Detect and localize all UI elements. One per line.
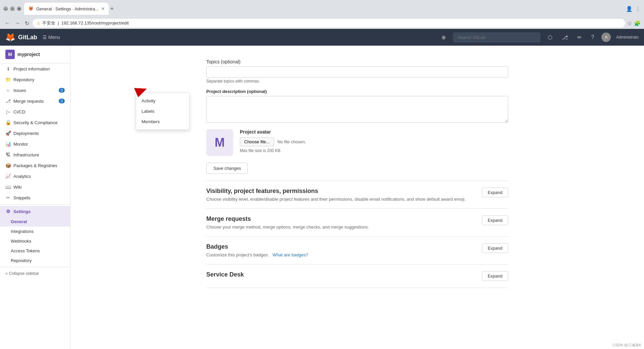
sidebar-item-wiki[interactable]: 📖 Wiki (0, 182, 70, 192)
refresh-btn[interactable]: ↻ (23, 19, 31, 27)
sidebar-item-repository[interactable]: 📁 Repository (0, 74, 70, 85)
visibility-expand-btn[interactable]: Expand (482, 188, 508, 197)
browser-controls: — □ ✕ (3, 6, 21, 11)
security-warning: ⚠ (37, 21, 40, 26)
max-size-text: Max file size is 200 KB. (240, 148, 508, 153)
sidebar-item-issues[interactable]: ○ Issues 0 (0, 85, 70, 96)
more-options-btn[interactable]: ⋮ (635, 6, 641, 12)
no-file-text: No file chosen. (277, 139, 306, 144)
forward-btn[interactable]: → (13, 19, 21, 27)
sidebar-item-settings[interactable]: ⚙ Settings (0, 206, 70, 217)
sidebar-item-deployments[interactable]: 🚀 Deployments (0, 128, 70, 139)
sidebar-item-label: Packages & Registries (13, 163, 57, 168)
badges-expand-btn[interactable]: Expand (482, 243, 508, 253)
dropdown-item-activity[interactable]: Activity (136, 96, 189, 106)
description-input[interactable] (206, 96, 508, 123)
merge-requests-expand-btn[interactable]: Expand (482, 215, 508, 225)
maximize-btn[interactable]: □ (10, 6, 15, 11)
sidebar-item-cicd[interactable]: ▷ CI/CD (0, 106, 70, 117)
infrastructure-icon: 🏗 (5, 152, 11, 157)
dropdown-popup: Activity Labels Members (136, 93, 190, 130)
badges-text: Badges Customize this project's badges. … (206, 243, 308, 257)
sidebar-divider (0, 204, 70, 205)
mr-badge: 0 (59, 99, 65, 103)
minimize-btn[interactable]: — (3, 6, 8, 11)
sidebar-item-label: Merge requests (13, 99, 44, 104)
badges-header: Badges Customize this project's badges. … (206, 243, 508, 257)
merge-requests-desc: Choose your merge method, merge options,… (206, 225, 369, 230)
sidebar-item-label: Issues (13, 88, 26, 93)
sidebar-sub-item-access-tokens[interactable]: Access Tokens (0, 246, 70, 256)
back-btn[interactable]: ← (3, 19, 11, 27)
description-form-group: Project description (optional) (206, 89, 508, 124)
visibility-title: Visibility, project features, permission… (206, 188, 466, 195)
hamburger-icon: ☰ (43, 35, 47, 40)
topics-label: Topics (optional) (206, 52, 508, 66)
save-changes-btn[interactable]: Save changes (206, 163, 248, 174)
new-tab-btn[interactable]: + (110, 5, 114, 12)
sidebar-item-analytics[interactable]: 📈 Analytics (0, 171, 70, 182)
topics-input[interactable] (206, 66, 508, 78)
monitor-icon: 📊 (5, 141, 11, 147)
help-btn[interactable]: ? (589, 33, 596, 42)
choose-file-btn[interactable]: Choose file... (240, 137, 274, 146)
dropdown-item-members[interactable]: Members (136, 116, 189, 127)
issues-badge: 0 (59, 88, 65, 93)
sidebar-item-security[interactable]: 🔒 Security & Compliance (0, 117, 70, 128)
security-icon: 🔒 (5, 120, 11, 125)
tab-title: General · Settings · Administra... (36, 6, 99, 11)
service-desk-section: Service Desk Expand (206, 264, 508, 288)
sidebar-item-infrastructure[interactable]: 🏗 Infrastructure (0, 149, 70, 160)
avatar-section: M Project avatar Choose file... No file … (206, 129, 508, 156)
gitlab-logo[interactable]: 🦊 GitLab (5, 33, 37, 42)
collapse-sidebar-btn[interactable]: « Collapse sidebar (0, 268, 70, 279)
project-avatar: M (5, 50, 15, 59)
repository-icon: 📁 (5, 77, 11, 82)
active-tab[interactable]: 🦊 General · Settings · Administra... ✕ (24, 3, 109, 15)
close-btn[interactable]: ✕ (17, 6, 21, 11)
sidebar-item-packages[interactable]: 📦 Packages & Registries (0, 160, 70, 171)
service-desk-expand-btn[interactable]: Expand (482, 271, 508, 281)
merge-requests-section: Merge requests Choose your merge method,… (206, 209, 508, 237)
topics-hint: Separate topics with commas. (206, 79, 508, 84)
sidebar-item-label: CI/CD (13, 109, 25, 114)
sidebar-sub-item-general[interactable]: General (0, 217, 70, 227)
add-btn[interactable]: ⊕ (439, 33, 448, 42)
content-inner: Topics (optional) Separate topics with c… (193, 46, 522, 301)
gitlab-logo-text: GitLab (18, 34, 37, 41)
service-desk-title: Service Desk (206, 271, 244, 278)
sidebar-sub-item-webhooks[interactable]: Webhooks (0, 236, 70, 246)
sidebar-item-merge-requests[interactable]: ⎇ Merge requests 0 (0, 96, 70, 106)
sidebar-item-monitor[interactable]: 📊 Monitor (0, 139, 70, 149)
visibility-text: Visibility, project features, permission… (206, 188, 466, 202)
content-area: Topics (optional) Separate topics with c… (70, 46, 644, 349)
bookmark-btn[interactable]: ☆ (627, 20, 632, 27)
snippets-icon: ✂ (5, 195, 11, 200)
project-name[interactable]: myproject (17, 52, 40, 57)
sidebar-item-project-information[interactable]: ℹ Project information (0, 63, 70, 74)
badges-link[interactable]: What are badges? (273, 252, 308, 257)
edit-btn[interactable]: ✏ (575, 33, 584, 42)
extensions-btn[interactable]: 🧩 (634, 20, 641, 27)
badges-section: Badges Customize this project's badges. … (206, 237, 508, 264)
sidebar-sub-item-integrations[interactable]: Integrations (0, 227, 70, 236)
dropdown-item-labels[interactable]: Labels (136, 106, 189, 116)
menu-btn[interactable]: ☰ Menu (43, 35, 60, 40)
packages-icon: 📦 (5, 163, 11, 168)
user-profile-btn[interactable]: 👤 (626, 6, 633, 12)
sidebar-item-label: Monitor (13, 142, 28, 147)
user-avatar[interactable]: A (601, 33, 611, 42)
code-review-btn[interactable]: ⬡ (546, 33, 554, 42)
service-desk-header: Service Desk Expand (206, 271, 508, 281)
project-info-icon: ℹ (5, 66, 11, 71)
merge-btn[interactable]: ⎇ (560, 33, 570, 42)
address-bar[interactable]: ⚠ 不安全 | 192.168.72.135/root/myproject/ed… (33, 19, 625, 28)
tab-close-btn[interactable]: ✕ (101, 6, 105, 11)
sidebar-item-snippets[interactable]: ✂ Snippets (0, 192, 70, 203)
sidebar-sub-item-repository[interactable]: Repository (0, 256, 70, 265)
sidebar-item-label: Security & Compliance (13, 120, 58, 125)
global-search-input[interactable] (453, 33, 540, 42)
wiki-icon: 📖 (5, 184, 11, 190)
watermark: CSDN @江城老K (612, 343, 641, 348)
sidebar-item-label: Project information (13, 66, 50, 71)
